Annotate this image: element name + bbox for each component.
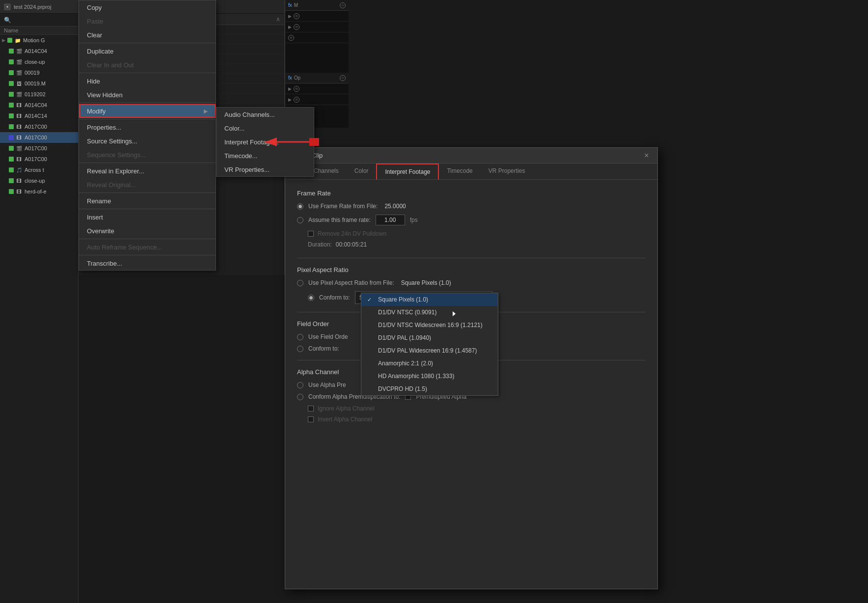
radio-assume-fps[interactable]	[297, 217, 303, 223]
clip-img-icon: 🎞	[16, 124, 23, 130]
dd-option-hd-anamorphic[interactable]: HD Anamorphic 1080 (1.333)	[361, 370, 498, 383]
file-name: close-up	[25, 178, 45, 184]
ctx-hide[interactable]: Hide	[79, 74, 216, 88]
file-item-closeup2[interactable]: 🎞 close-up	[0, 175, 78, 186]
file-item-00019m[interactable]: 🖼 00019.M	[0, 78, 78, 89]
collapse-icon: ∧	[276, 16, 280, 23]
check-icon: ✓	[367, 297, 374, 303]
radio-alpha-conform[interactable]	[297, 394, 303, 400]
submenu-audio-channels[interactable]: Audio Channels...	[217, 108, 314, 121]
file-item-a017c00a[interactable]: 🎞 A017C00	[0, 121, 78, 132]
pulldown-label: Remove 24n DV Pulldown	[318, 230, 386, 237]
file-color	[9, 59, 14, 64]
tab-vr-properties[interactable]: VR Properties	[481, 164, 533, 179]
timeline-icon-2: ○	[340, 75, 346, 81]
dd-option-d1dv-ntsc[interactable]: D1/DV NTSC (0.9091)	[361, 306, 498, 319]
ctx-clear[interactable]: Clear	[79, 28, 216, 42]
dd-option-d1dv-pal[interactable]: D1/DV PAL (1.0940)	[361, 331, 498, 344]
ctx-sequence-settings[interactable]: Sequence Settings...	[79, 148, 216, 162]
dd-option-square-pixels[interactable]: ✓ Square Pixels (1.0)	[361, 293, 498, 306]
ctx-separator-5	[79, 163, 216, 163]
ctx-modify[interactable]: Modify ▶	[79, 104, 216, 118]
radio-fo-from-file[interactable]	[297, 334, 303, 340]
ctx-rename[interactable]: Rename	[79, 194, 216, 208]
clock-icon: ○	[294, 13, 299, 19]
file-item-00019[interactable]: 🎬 00019	[0, 67, 78, 78]
ctx-separator-8	[79, 239, 216, 239]
invert-alpha-checkbox[interactable]	[308, 416, 314, 422]
submenu-color[interactable]: Color...	[217, 121, 314, 135]
file-item-a017c00d[interactable]: 🎞 A017C00	[0, 154, 78, 164]
ctx-view-hidden[interactable]: View Hidden	[79, 88, 216, 102]
radio-par-from-file[interactable]	[297, 280, 303, 286]
par-from-file-row: Use Pixel Aspect Ratio from File: Square…	[297, 279, 646, 286]
col-header: Name	[0, 27, 78, 35]
expand-icon: ▶	[288, 25, 292, 29]
file-item-closeup[interactable]: 🎬 close-up	[0, 56, 78, 67]
clip-img-icon: 🎞	[16, 113, 23, 119]
dd-option-d1dv-ntsc-ws[interactable]: D1/DV NTSC Widescreen 16:9 (1.2121)	[361, 319, 498, 331]
ctx-transcribe[interactable]: Transcribe...	[79, 256, 216, 270]
file-name: 0119202	[25, 91, 46, 97]
fps-unit-label: fps	[410, 217, 418, 223]
file-item-a014c04[interactable]: 🎬 A014C04	[0, 46, 78, 56]
frame-rate-section-title: Frame Rate	[297, 190, 646, 197]
dd-option-d1dv-pal-ws[interactable]: D1/DV PAL Widescreen 16:9 (1.4587)	[361, 344, 498, 357]
file-name: herd-of-e	[25, 189, 47, 194]
ctx-clear-in-out[interactable]: Clear In and Out	[79, 58, 216, 72]
file-color	[9, 157, 14, 162]
pulldown-checkbox[interactable]	[308, 231, 314, 237]
ctx-reveal-original[interactable]: Reveal Original...	[79, 178, 216, 192]
duration-row: Duration: 00:00:05:21	[297, 241, 646, 248]
tab-interpret-footage[interactable]: Interpret Footage	[376, 164, 439, 180]
ctx-copy[interactable]: Copy	[79, 0, 216, 14]
file-item-a017c00b[interactable]: 🎞 A017C00	[0, 132, 78, 143]
ctx-duplicate[interactable]: Duplicate	[79, 44, 216, 58]
ctx-insert[interactable]: Insert	[79, 210, 216, 224]
m-label: M	[294, 2, 298, 8]
tab-timecode[interactable]: Timecode	[439, 164, 480, 179]
dialog-close-button[interactable]: ×	[642, 151, 651, 161]
file-item-herd[interactable]: 🎞 herd-of-e	[0, 186, 78, 197]
file-item-motion[interactable]: ▶ 📁 Motion G	[0, 35, 78, 46]
duration-label: Duration:	[308, 241, 332, 248]
file-color	[9, 189, 14, 194]
radio-par-conform[interactable]	[308, 295, 314, 301]
ctx-auto-reframe[interactable]: Auto Reframe Sequence...	[79, 240, 216, 254]
ctx-paste[interactable]: Paste	[79, 14, 216, 28]
fo-from-file-label: Use Field Orde	[308, 333, 348, 340]
alpha-use-label: Use Alpha Pre	[308, 382, 346, 388]
frame-rate-from-file-row: Use Frame Rate from File: 25.0000	[297, 203, 646, 210]
file-item-a014c04b[interactable]: 🎞 A014C04	[0, 100, 78, 110]
ctx-separator-3	[79, 103, 216, 103]
radio-fo-conform[interactable]	[297, 346, 303, 352]
file-color	[9, 81, 14, 86]
audio-icon: 🎵	[16, 167, 23, 173]
file-item-a017c00c[interactable]: 🎬 A017C00	[0, 143, 78, 154]
file-name: Across t	[25, 167, 44, 173]
ctx-source-settings[interactable]: Source Settings...	[79, 134, 216, 148]
fx-label-2: fx	[288, 75, 292, 81]
par-conform-label: Conform to:	[319, 294, 350, 301]
file-item-across[interactable]: 🎵 Across t	[0, 164, 78, 175]
radio-alpha-use[interactable]	[297, 382, 303, 388]
file-item-0119202[interactable]: 🎬 0119202	[0, 89, 78, 100]
ignore-alpha-checkbox[interactable]	[308, 406, 314, 411]
search-bar[interactable]: 🔍	[0, 14, 78, 27]
file-item-a014c14[interactable]: 🎞 A014C14	[0, 110, 78, 121]
file-name: Motion G	[23, 37, 45, 43]
par-from-file-label: Use Pixel Aspect Ratio from File:	[308, 279, 394, 286]
dd-option-anamorphic[interactable]: Anamorphic 2:1 (2.0)	[361, 357, 498, 370]
ctx-separator	[79, 43, 216, 43]
clip-img-icon: 🎞	[16, 178, 23, 184]
file-color	[9, 103, 14, 108]
submenu-vr-properties[interactable]: VR Properties...	[217, 163, 314, 176]
project-title: test 2024.prproj	[14, 4, 51, 10]
ctx-reveal-explorer[interactable]: Reveal in Explorer...	[79, 164, 216, 178]
tab-color[interactable]: Color	[347, 164, 377, 179]
ctx-overwrite[interactable]: Overwrite	[79, 224, 216, 238]
dd-option-dvcpro-hd[interactable]: DVCPRO HD (1.5)	[361, 383, 498, 395]
radio-use-from-file[interactable]	[297, 203, 303, 210]
fps-input[interactable]	[376, 215, 405, 225]
ctx-properties[interactable]: Properties...	[79, 120, 216, 134]
